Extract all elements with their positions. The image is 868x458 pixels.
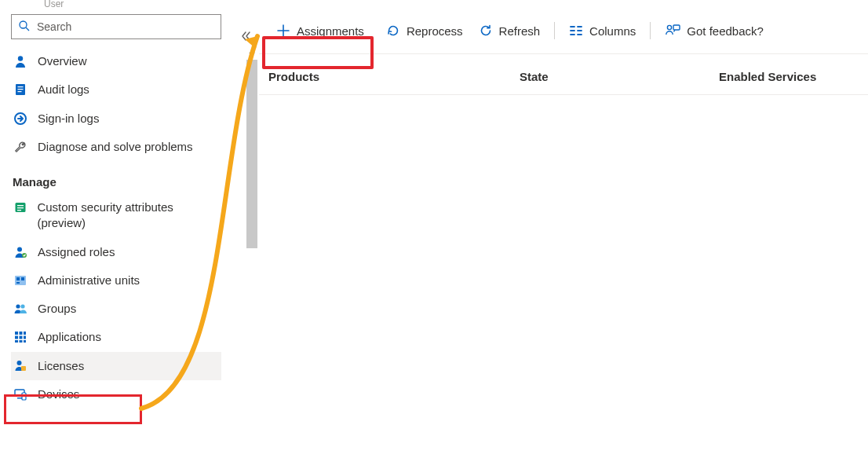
admin-units-icon xyxy=(13,273,28,288)
sidebar-section-manage: Manage xyxy=(11,161,221,193)
search-input[interactable] xyxy=(35,20,214,34)
svg-rect-32 xyxy=(17,398,22,399)
svg-rect-10 xyxy=(17,207,24,208)
toolbar-label: Columns xyxy=(589,24,636,38)
sidebar: User Overview Audit logs Sign-in logs xyxy=(0,0,232,458)
reprocess-icon xyxy=(386,24,400,38)
svg-rect-27 xyxy=(20,340,23,343)
overview-icon xyxy=(13,53,28,68)
scroll-up-icon[interactable] xyxy=(245,46,259,58)
svg-rect-9 xyxy=(17,205,24,206)
sidebar-item-label: Overview xyxy=(38,53,87,69)
refresh-button[interactable]: Refresh xyxy=(477,20,542,41)
collapse-sidebar-button[interactable] xyxy=(239,30,252,45)
licenses-icon xyxy=(13,358,28,373)
sidebar-item-audit-logs[interactable]: Audit logs xyxy=(11,75,221,104)
sidebar-item-label: Audit logs xyxy=(38,82,89,97)
sidebar-item-label: Custom security attributes (preview) xyxy=(37,200,220,232)
sidebar-item-custom-security-attributes[interactable]: Custom security attributes (preview) xyxy=(11,193,221,238)
sidebar-item-signin-logs[interactable]: Sign-in logs xyxy=(11,104,221,133)
sidebar-item-label: Administrative units xyxy=(38,273,140,288)
sidebar-item-label: Assigned roles xyxy=(38,244,115,260)
column-header-state[interactable]: State xyxy=(520,70,719,83)
main-content: Assignments Reprocess Refresh xyxy=(259,0,868,458)
svg-point-2 xyxy=(18,56,23,60)
search-box[interactable] xyxy=(11,14,221,39)
security-attr-icon xyxy=(13,200,27,214)
sidebar-item-overview[interactable]: Overview xyxy=(11,47,221,75)
svg-line-1 xyxy=(26,27,29,31)
svg-rect-33 xyxy=(22,393,26,400)
sidebar-item-label: Groups xyxy=(38,301,76,317)
toolbar-label: Refresh xyxy=(499,24,541,38)
svg-rect-5 xyxy=(18,89,24,90)
toolbar-divider xyxy=(650,22,651,39)
toolbar-label: Got feedback? xyxy=(687,24,764,38)
diagnose-icon xyxy=(13,139,28,154)
svg-rect-11 xyxy=(17,210,21,211)
sidebar-item-groups[interactable]: Groups xyxy=(11,295,221,323)
svg-rect-30 xyxy=(21,366,26,371)
sidebar-item-applications[interactable]: Applications xyxy=(11,323,221,351)
column-header-enabled-services[interactable]: Enabled Services xyxy=(719,70,868,83)
svg-point-19 xyxy=(20,304,24,308)
plus-icon xyxy=(276,24,290,38)
breadcrumb: User xyxy=(11,0,221,14)
search-icon xyxy=(18,20,35,35)
sidebar-item-label: Diagnose and solve problems xyxy=(38,139,193,155)
sidebar-item-administrative-units[interactable]: Administrative units xyxy=(11,266,221,295)
toolbar-label: Assignments xyxy=(297,24,364,38)
sidebar-item-licenses[interactable]: Licenses xyxy=(11,352,221,380)
svg-rect-4 xyxy=(18,86,24,87)
sidebar-item-label: Licenses xyxy=(38,358,84,374)
svg-rect-23 xyxy=(15,336,18,339)
svg-rect-20 xyxy=(15,332,18,335)
svg-rect-35 xyxy=(673,25,680,30)
sidebar-scrollbar[interactable] xyxy=(245,46,259,458)
svg-rect-6 xyxy=(18,91,22,92)
svg-point-18 xyxy=(16,304,20,308)
feedback-icon xyxy=(665,24,680,38)
columns-button[interactable]: Columns xyxy=(567,20,637,41)
toolbar: Assignments Reprocess Refresh xyxy=(259,19,868,54)
sidebar-divider xyxy=(232,0,259,458)
svg-rect-25 xyxy=(24,336,26,339)
sidebar-item-label: Devices xyxy=(38,387,79,402)
assigned-roles-icon xyxy=(13,244,28,259)
scroll-thumb[interactable] xyxy=(246,60,257,248)
sidebar-item-label: Applications xyxy=(38,329,101,345)
assignments-button[interactable]: Assignments xyxy=(268,19,372,42)
svg-point-34 xyxy=(668,25,672,29)
feedback-button[interactable]: Got feedback? xyxy=(663,20,765,41)
column-header-products[interactable]: Products xyxy=(268,70,520,83)
applications-icon xyxy=(13,329,28,344)
columns-icon xyxy=(569,24,583,38)
svg-rect-26 xyxy=(15,340,18,343)
svg-rect-24 xyxy=(20,336,23,339)
groups-icon xyxy=(13,301,28,316)
sidebar-item-diagnose[interactable]: Diagnose and solve problems xyxy=(11,133,221,161)
svg-rect-16 xyxy=(21,277,24,280)
svg-rect-28 xyxy=(24,340,26,343)
table-header-row: Products State Enabled Services xyxy=(259,54,868,95)
signin-logs-icon xyxy=(13,111,28,126)
sidebar-item-label: Sign-in logs xyxy=(38,111,99,126)
toolbar-divider xyxy=(554,22,555,39)
devices-icon xyxy=(13,387,28,401)
svg-rect-17 xyxy=(16,282,20,284)
svg-point-12 xyxy=(17,247,22,251)
toolbar-label: Reprocess xyxy=(407,24,463,38)
sidebar-item-assigned-roles[interactable]: Assigned roles xyxy=(11,238,221,266)
svg-point-29 xyxy=(17,361,22,365)
reprocess-button[interactable]: Reprocess xyxy=(385,20,465,41)
svg-rect-22 xyxy=(24,332,26,335)
svg-rect-21 xyxy=(20,332,23,335)
svg-point-0 xyxy=(20,21,27,28)
audit-logs-icon xyxy=(13,82,28,97)
refresh-icon xyxy=(479,24,493,38)
svg-rect-15 xyxy=(16,277,20,280)
sidebar-item-devices[interactable]: Devices xyxy=(11,380,221,409)
